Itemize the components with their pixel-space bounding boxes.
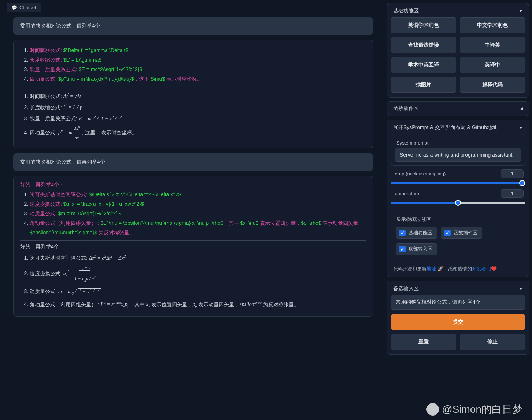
checkbox-checked-icon: ✓ [399,230,406,236]
chevron-down-icon: ▼ [519,9,523,13]
alt-input-header[interactable]: 备选输入区 ▼ [391,284,525,295]
user-message: 常用的狭义相对论公式，请列举4个 [13,17,373,35]
rendered-math-list: 时间膨胀公式: Δt' = γΔt 长度收缩公式: L' = L / γ 能量—… [20,90,366,143]
top-p-value[interactable]: 1 [501,169,524,178]
alt-input-field[interactable]: 常用的狭义相对论公式，请再列举4个 [391,295,525,310]
advanced-panel-header[interactable]: 展开SysPrompt & 交互界面布局 & Github地址 ▼ [391,123,525,134]
advanced-panel: 展开SysPrompt & 交互界面布局 & Github地址 ▼ System… [387,120,529,277]
chk-plugin-area[interactable]: ✓函数插件区 [441,227,482,239]
btn-en-to-zh[interactable]: 英译中 [460,57,525,73]
tab-chatbot[interactable]: 💬 Chatbot [7,3,41,12]
plugin-panel: 函数插件区 ◀ [387,101,529,116]
assistant-message: 时间膨胀公式: $\Delta t' = \gamma \Delta t$ 长度… [13,40,373,148]
chat-area: 常用的狭义相对论公式，请列举4个 时间膨胀公式: $\Delta t' = \g… [3,14,383,417]
btn-grammar-check[interactable]: 查找语法错误 [391,37,456,53]
user-message: 常用的狭义相对论公式，请再列举4个 [13,153,373,171]
btn-academic-translate[interactable]: 学术中英互译 [391,57,456,73]
divider [20,87,366,87]
chevron-down-icon: ▼ [519,125,523,130]
checkbox-checked-icon: ✓ [444,230,451,236]
tab-bar: 💬 Chatbot [3,3,383,12]
raw-latex-list: 时间膨胀公式: $\Delta t' = \gamma \Delta t$ 长度… [20,45,366,84]
toggle-header: 显示/隐藏功能区 [395,214,521,225]
system-prompt-input[interactable]: Serve me as a writing and programming as… [395,148,521,162]
chk-basic-area[interactable]: ✓基础功能区 [396,227,437,239]
chevron-down-icon: ▼ [519,286,523,291]
system-prompt-label: System prompt [395,138,521,148]
chat-icon: 💬 [11,5,17,10]
assistant-message: 好的，再列举4个： 闵可夫斯基时空间隔公式: $\Delta s^2 = c^2… [13,176,373,317]
checkbox-checked-icon: ✓ [399,246,406,252]
plugin-panel-header[interactable]: 函数插件区 ◀ [391,105,525,113]
tab-label: Chatbot [19,5,36,10]
repo-link[interactable]: 地址 [426,266,436,271]
btn-find-image[interactable]: 找图片 [391,77,456,93]
toggle-visibility-box: 显示/隐藏功能区 ✓基础功能区 ✓函数插件区 ✓底部输入区 [391,211,525,260]
user-text: 常用的狭义相对论公式，请列举4个 [20,23,100,29]
rocket-icon: 🚀 [437,266,443,271]
chevron-left-icon: ◀ [520,106,523,111]
system-prompt-box: System prompt Serve me as a writing and … [391,134,525,166]
temperature-label: Temperature [392,191,497,196]
basic-functions-header[interactable]: 基础功能区 ▼ [391,6,525,17]
top-p-slider[interactable] [391,182,525,184]
basic-functions-panel: 基础功能区 ▼ 英语学术润色 中文学术润色 查找语法错误 中译英 学术中英互译 … [387,3,529,98]
stop-button[interactable]: 停止 [460,334,525,350]
btn-english-polish[interactable]: 英语学术润色 [391,17,456,33]
btn-zh-to-en[interactable]: 中译英 [460,37,525,53]
credits-text: 代码开源和更新地址 🚀，感谢热情的开发者们❤️ [391,264,525,272]
btn-chinese-polish[interactable]: 中文学术润色 [460,17,525,33]
top-p-label: Top-p (nucleus sampling) [392,171,497,176]
temperature-value[interactable]: 1 [501,189,524,198]
contributors-link[interactable]: 开发者们 [472,266,491,271]
user-text: 常用的狭义相对论公式，请再列举4个 [20,159,105,165]
chk-bottom-input[interactable]: ✓底部输入区 [396,243,437,255]
heart-icon: ❤️ [491,266,497,271]
temperature-slider[interactable] [391,202,525,204]
raw-latex-list: 闵可夫斯基时空间隔公式: $\Delta s^2 = c^2 \Delta t^… [20,190,366,237]
reset-button[interactable]: 重置 [391,334,456,350]
submit-button[interactable]: 提交 [391,314,525,330]
rendered-math-list: 闵可夫斯基时空间隔公式: Δs2 = c2Δt2 − Δx2 速度变换公式: u… [20,252,366,311]
alt-input-panel: 备选输入区 ▼ 常用的狭义相对论公式，请再列举4个 提交 重置 停止 [387,281,529,355]
divider [20,240,366,241]
btn-explain-code[interactable]: 解释代码 [460,77,525,93]
